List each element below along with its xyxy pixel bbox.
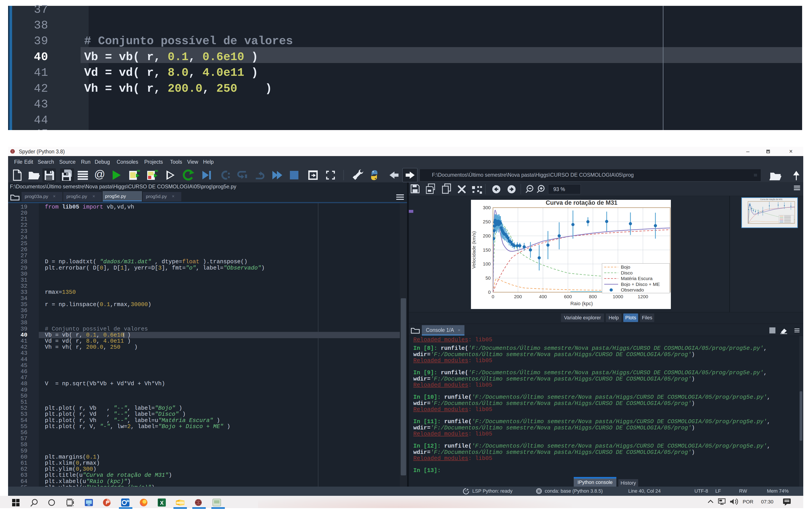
svg-text:150: 150 [483, 247, 491, 252]
svg-text:400: 400 [539, 294, 547, 299]
svg-text:Disco: Disco [621, 270, 633, 275]
svg-text:07:30: 07:30 [761, 499, 774, 505]
svg-text:Curva de rotação de M31: Curva de rotação de M31 [760, 198, 783, 201]
svg-text:POR: POR [743, 499, 753, 505]
svg-text:0: 0 [492, 294, 494, 299]
svg-text:300: 300 [483, 205, 491, 210]
svg-text:Velocidade (km/s): Velocidade (km/s) [471, 231, 476, 269]
svg-text:100: 100 [483, 261, 491, 266]
svg-text:Matéria Escura: Matéria Escura [621, 276, 653, 281]
svg-text:Curva de rotação de M31: Curva de rotação de M31 [546, 200, 617, 206]
svg-text:200: 200 [483, 233, 491, 238]
svg-text:@: @ [94, 168, 105, 180]
svg-text:Bojo: Bojo [621, 264, 630, 270]
svg-text:200: 200 [514, 294, 522, 299]
svg-text:50: 50 [486, 275, 491, 280]
svg-text:P: P [106, 500, 109, 506]
svg-text:600: 600 [564, 294, 572, 299]
svg-text:X: X [160, 500, 164, 506]
svg-text:Bojo + Disco + ME: Bojo + Disco + ME [621, 282, 660, 287]
svg-text:Observado: Observado [621, 287, 644, 293]
svg-text:800: 800 [589, 294, 597, 299]
svg-text:1000: 1000 [613, 294, 623, 299]
svg-text:0: 0 [488, 290, 491, 295]
svg-text:250: 250 [483, 219, 491, 224]
svg-text:Raio (kpc): Raio (kpc) [570, 301, 593, 306]
svg-text:1200: 1200 [638, 294, 648, 299]
